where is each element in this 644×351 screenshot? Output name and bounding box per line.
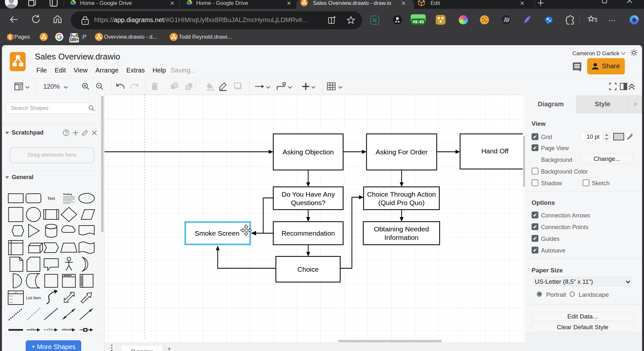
svg-text:Text: Text xyxy=(47,196,55,201)
svg-text:(Quid Pro Quo): (Quid Pro Quo) xyxy=(378,199,424,206)
svg-text:List: List xyxy=(14,292,17,293)
svg-text:N: N xyxy=(373,17,377,23)
svg-text:Heading: Heading xyxy=(63,193,72,196)
svg-text:Obtaining Needed: Obtaining Needed xyxy=(374,225,429,233)
svg-text:Hand Off: Hand Off xyxy=(481,147,509,155)
svg-text:List Item: List Item xyxy=(26,296,41,300)
svg-text:Choice: Choice xyxy=(297,266,318,273)
svg-text:Information: Information xyxy=(384,234,419,241)
svg-text:Recommendation: Recommendation xyxy=(281,229,335,237)
svg-text:Smoke Screen: Smoke Screen xyxy=(195,229,239,237)
svg-text:Do You Have Any: Do You Have Any xyxy=(282,190,335,198)
svg-text:Choice Through Action: Choice Through Action xyxy=(367,190,436,198)
svg-text:Asking For Order: Asking For Order xyxy=(376,148,428,156)
svg-text:Questions?: Questions? xyxy=(291,199,325,206)
svg-text:Asking Objection: Asking Objection xyxy=(283,148,334,156)
